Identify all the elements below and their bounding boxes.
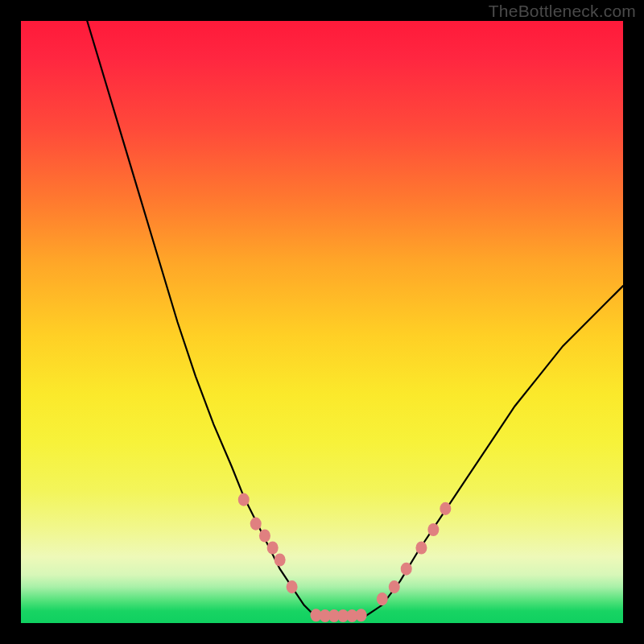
bottleneck-curve — [87, 21, 623, 617]
marker-dot — [287, 580, 298, 593]
marker-dot — [275, 553, 286, 566]
marker-dot — [238, 493, 250, 506]
marker-dot — [427, 523, 439, 536]
marker-dot — [440, 502, 451, 515]
marker-dot — [250, 518, 262, 530]
watermark-label: TheBottleneck.com — [489, 2, 636, 21]
curve-markers — [238, 493, 452, 622]
marker-dot — [259, 529, 270, 542]
marker-dot — [356, 609, 367, 621]
marker-dot — [401, 563, 412, 576]
marker-dot — [389, 580, 400, 593]
outer-frame: TheBottleneck.com — [0, 0, 644, 644]
marker-dot — [377, 592, 388, 605]
plot-area — [21, 21, 623, 623]
marker-dot — [415, 541, 427, 554]
curve-lines — [87, 21, 623, 617]
marker-dot — [267, 541, 279, 554]
chart-svg — [21, 21, 623, 623]
